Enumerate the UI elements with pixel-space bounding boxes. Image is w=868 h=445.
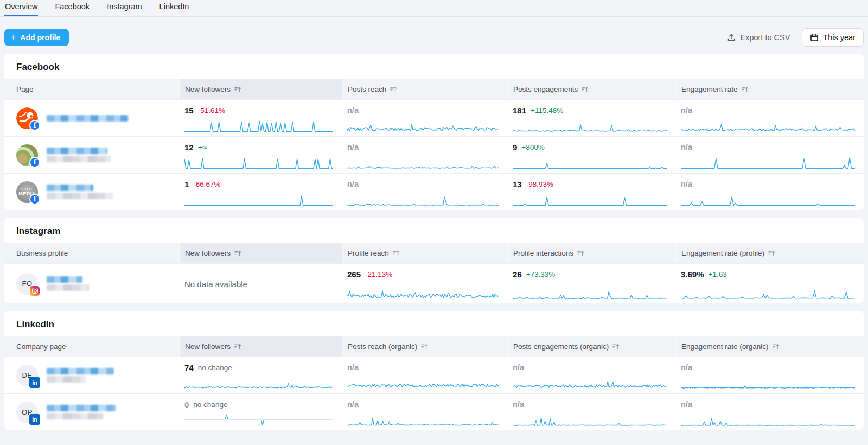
- company-page-cell[interactable]: OP in: [4, 393, 179, 430]
- sort-icon: [582, 86, 589, 93]
- avatar: f: [16, 107, 38, 129]
- metric-engagement-rate-organic[interactable]: n/a: [675, 393, 864, 430]
- page-profile-cell[interactable]: f: [4, 99, 179, 136]
- sparkline-chart: [184, 411, 333, 427]
- sparkline-chart: [681, 411, 855, 427]
- column-header-new-followers[interactable]: New followers: [179, 336, 342, 357]
- column-header-company-page[interactable]: Company page: [4, 336, 179, 357]
- plus-icon: +: [11, 33, 16, 42]
- tab-linkedin[interactable]: LinkedIn: [159, 0, 190, 16]
- sparkline-chart: [347, 374, 499, 390]
- tab-facebook[interactable]: Facebook: [54, 0, 90, 16]
- column-header-posts-reach[interactable]: Posts reach: [342, 79, 507, 99]
- column-header-posts-engagements-organic[interactable]: Posts engagements (organic): [507, 336, 675, 357]
- metric-engagement-rate[interactable]: n/a: [675, 173, 864, 210]
- column-header-posts-reach-organic[interactable]: Posts reach (organic): [342, 336, 507, 357]
- sparkline-chart: [184, 374, 333, 390]
- metric-posts-reach[interactable]: n/a: [342, 136, 507, 173]
- metric-new-followers[interactable]: No data available: [179, 263, 342, 303]
- metric-posts-engagements[interactable]: 9+800%: [507, 136, 675, 173]
- metric-posts-reach[interactable]: n/a: [342, 99, 507, 136]
- metric-posts-engagements-organic[interactable]: n/a: [507, 357, 675, 393]
- sort-icon: [234, 343, 241, 350]
- sparkline-chart: [681, 117, 855, 132]
- sort-icon: [390, 86, 397, 93]
- column-header-profile-interactions[interactable]: Profile interactions: [507, 243, 675, 263]
- linkedin-badge-icon: in: [29, 377, 40, 388]
- sparkline-chart: [513, 284, 667, 300]
- metric-posts-engagements[interactable]: 13-98.93%: [507, 173, 675, 210]
- date-range-button[interactable]: This year: [802, 28, 864, 47]
- metric-new-followers[interactable]: 12+∞: [179, 136, 342, 173]
- page-profile-cell[interactable]: OCIAL MEDIA f: [4, 173, 179, 210]
- redacted-profile-name: [47, 366, 114, 384]
- sort-icon: [393, 250, 400, 257]
- sparkline-chart: [681, 374, 855, 390]
- redacted-profile-name: [47, 113, 128, 123]
- metric-posts-engagements-organic[interactable]: n/a: [507, 393, 675, 430]
- avatar: FO: [16, 273, 38, 295]
- change-value: +73.33%: [526, 270, 556, 278]
- calendar-icon: [810, 33, 819, 42]
- sparkline-chart: [184, 191, 333, 206]
- add-profile-button[interactable]: + Add profile: [4, 29, 69, 46]
- metric-profile-interactions[interactable]: 26+73.33%: [507, 263, 675, 303]
- metric-posts-reach-organic[interactable]: n/a: [342, 393, 507, 430]
- toolbar: + Add profile Export to CSV This year: [4, 29, 864, 46]
- facebook-table: Page New followers Posts reach Posts eng…: [4, 79, 864, 210]
- metric-posts-reach-organic[interactable]: n/a: [342, 357, 507, 393]
- sparkline-chart: [513, 191, 667, 206]
- metric-profile-reach[interactable]: 265-21.13%: [342, 263, 507, 303]
- export-icon: [727, 33, 736, 42]
- tab-instagram[interactable]: Instagram: [106, 0, 142, 16]
- column-header-page[interactable]: Page: [4, 79, 179, 99]
- change-value: -21.13%: [365, 270, 392, 278]
- avatar: DE in: [16, 365, 38, 386]
- metric-new-followers[interactable]: 15-51.61%: [179, 99, 342, 136]
- change-value: no change: [193, 400, 227, 409]
- instagram-badge-icon: [29, 285, 40, 296]
- no-data-label: No data available: [184, 269, 333, 300]
- column-header-business-profile[interactable]: Business profile: [4, 243, 179, 263]
- sparkline-chart: [513, 117, 667, 132]
- metric-engagement-rate-profile[interactable]: 3.69%+1.63: [675, 263, 864, 303]
- sort-icon: [421, 343, 428, 350]
- column-header-engagement-rate-profile[interactable]: Engagement rate (profile): [675, 243, 864, 263]
- metric-engagement-rate[interactable]: n/a: [675, 136, 864, 173]
- redacted-profile-name: [47, 275, 89, 293]
- column-header-engagement-rate[interactable]: Engagement rate: [675, 79, 864, 99]
- date-range-label: This year: [823, 33, 856, 42]
- change-value: +1.63: [709, 270, 727, 278]
- sparkline-chart: [347, 154, 499, 169]
- column-header-profile-reach[interactable]: Profile reach: [342, 243, 507, 263]
- avatar: OP in: [16, 402, 38, 423]
- metric-posts-reach[interactable]: n/a: [342, 173, 507, 210]
- column-header-engagement-rate-organic[interactable]: Engagement rate (organic): [675, 336, 864, 357]
- metric-engagement-rate[interactable]: n/a: [675, 99, 864, 136]
- sparkline-chart: [347, 411, 499, 427]
- export-csv-label: Export to CSV: [740, 33, 790, 42]
- redacted-profile-name: [47, 183, 113, 201]
- business-profile-cell[interactable]: FO: [4, 263, 179, 303]
- company-page-cell[interactable]: DE in: [4, 357, 179, 393]
- column-header-new-followers[interactable]: New followers: [179, 243, 342, 263]
- instagram-table: Business profile New followers Profile r…: [4, 243, 864, 303]
- sparkline-chart: [681, 284, 855, 300]
- change-value: -98.93%: [526, 180, 553, 188]
- column-header-new-followers[interactable]: New followers: [179, 79, 342, 99]
- column-header-posts-engagements[interactable]: Posts engagements: [507, 79, 675, 99]
- sort-icon: [612, 343, 620, 350]
- metric-engagement-rate-organic[interactable]: n/a: [675, 357, 864, 393]
- instagram-section-card: Instagram Business profile New followers…: [4, 218, 864, 303]
- facebook-badge-icon: f: [29, 157, 40, 168]
- page-profile-cell[interactable]: f: [4, 136, 179, 173]
- instagram-section-title: Instagram: [4, 218, 864, 243]
- metric-new-followers[interactable]: 0no change: [179, 393, 342, 430]
- tab-overview[interactable]: Overview: [4, 0, 38, 16]
- sparkline-chart: [681, 154, 855, 169]
- facebook-section-title: Facebook: [4, 54, 864, 79]
- metric-posts-engagements[interactable]: 181+115.48%: [507, 99, 675, 136]
- metric-new-followers[interactable]: 74no change: [179, 357, 342, 393]
- metric-new-followers[interactable]: 1-66.67%: [179, 173, 342, 210]
- export-csv-button[interactable]: Export to CSV: [727, 33, 790, 42]
